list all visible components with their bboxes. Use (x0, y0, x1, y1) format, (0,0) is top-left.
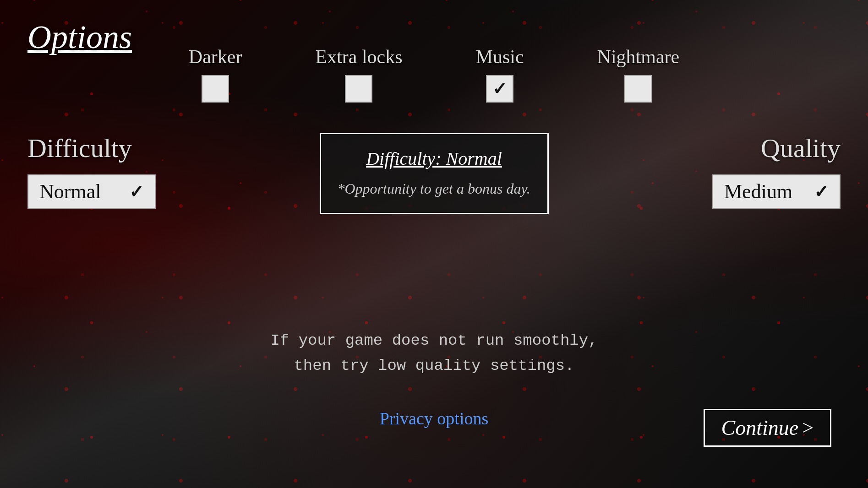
nightmare-option: Nightmare (597, 46, 680, 103)
nightmare-checkbox[interactable] (624, 75, 652, 103)
difficulty-label: Difficulty (27, 133, 132, 163)
quality-hint: If your game does not run smoothly, then… (270, 328, 597, 378)
extra-locks-option: Extra locks (315, 46, 402, 103)
hint-line1: If your game does not run smoothly, (270, 332, 597, 349)
darker-checkbox[interactable] (202, 75, 229, 103)
darker-label: Darker (189, 46, 242, 68)
quality-value: Medium (724, 180, 792, 203)
quality-chevron-icon: ✓ (814, 182, 829, 202)
quality-label: Quality (761, 133, 841, 163)
darker-option: Darker (189, 46, 242, 103)
info-box-title: Difficulty: Normal (338, 148, 531, 169)
hint-line2: then try low quality settings. (294, 357, 574, 374)
info-box-description: *Opportunity to get a bonus day. (338, 179, 531, 199)
options-page: Options Darker Extra locks Music Nightma… (0, 0, 868, 488)
continue-button[interactable]: Continue > (704, 409, 832, 447)
music-label: Music (476, 46, 524, 68)
music-checkbox[interactable] (486, 75, 513, 103)
quality-section: Quality Medium ✓ (712, 133, 841, 209)
music-option: Music (476, 46, 524, 103)
difficulty-chevron-icon: ✓ (129, 182, 144, 202)
quality-dropdown[interactable]: Medium ✓ (712, 174, 841, 209)
difficulty-dropdown[interactable]: Normal ✓ (27, 174, 156, 209)
continue-arrow-icon: > (802, 416, 813, 439)
privacy-options-link[interactable]: Privacy options (380, 408, 488, 428)
continue-label: Continue (721, 416, 799, 440)
nightmare-label: Nightmare (597, 46, 680, 68)
extra-locks-checkbox[interactable] (345, 75, 372, 103)
difficulty-info-box: Difficulty: Normal *Opportunity to get a… (320, 133, 549, 214)
extra-locks-label: Extra locks (315, 46, 402, 68)
difficulty-value: Normal (39, 180, 101, 203)
checkboxes-row: Darker Extra locks Music Nightmare (0, 46, 868, 103)
difficulty-section: Difficulty Normal ✓ (27, 133, 156, 209)
